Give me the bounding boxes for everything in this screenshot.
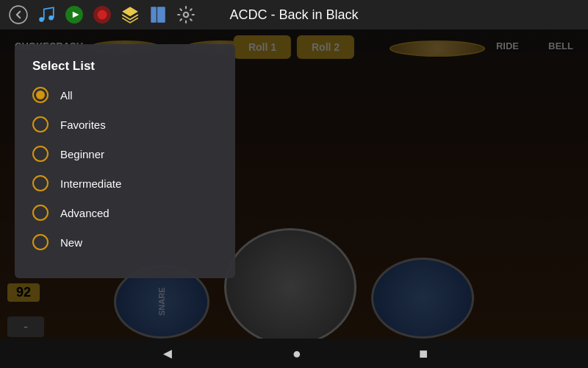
dialog-overlay: Select List All Favorites Beginner Inter…	[0, 29, 588, 339]
page-title: ACDC - Back in Black	[229, 7, 358, 23]
svg-point-6	[98, 10, 107, 20]
home-nav-icon[interactable]: ●	[293, 345, 301, 362]
radio-circle-all	[32, 87, 49, 103]
radio-label-intermediate: Intermediate	[60, 177, 121, 190]
radio-circle-favorites	[32, 116, 49, 132]
svg-point-0	[10, 6, 27, 24]
radio-circle-advanced	[32, 205, 49, 221]
radio-circle-new	[32, 234, 49, 250]
record-icon[interactable]	[91, 4, 113, 26]
radio-item-advanced[interactable]: Advanced	[32, 205, 218, 221]
toolbar-left	[7, 4, 197, 26]
radio-circle-beginner	[32, 146, 49, 162]
radio-label-new: New	[60, 236, 82, 249]
radio-label-beginner: Beginner	[60, 148, 104, 160]
back-nav-icon[interactable]: ◄	[160, 345, 175, 362]
bottom-nav: ◄ ● ■	[0, 339, 588, 368]
svg-rect-7	[151, 7, 157, 23]
book-icon[interactable]	[147, 4, 169, 26]
svg-rect-8	[157, 7, 165, 23]
radio-item-favorites[interactable]: Favorites	[32, 116, 218, 132]
radio-label-all: All	[60, 89, 73, 102]
music-icon[interactable]	[35, 4, 57, 26]
recents-nav-icon[interactable]: ■	[419, 345, 428, 362]
back-icon[interactable]	[7, 4, 29, 26]
radio-item-all[interactable]: All	[32, 87, 218, 103]
dialog-title: Select List	[32, 59, 218, 74]
toolbar: ACDC - Back in Black	[0, 0, 588, 29]
svg-point-2	[49, 15, 54, 21]
settings-icon[interactable]	[175, 4, 197, 26]
radio-circle-intermediate	[32, 175, 49, 191]
play-icon[interactable]	[63, 4, 85, 26]
radio-item-intermediate[interactable]: Intermediate	[32, 175, 218, 191]
radio-item-beginner[interactable]: Beginner	[32, 146, 218, 162]
select-list-dialog: Select List All Favorites Beginner Inter…	[15, 44, 235, 278]
radio-item-new[interactable]: New	[32, 234, 218, 250]
layers-icon[interactable]	[119, 4, 141, 26]
radio-label-favorites: Favorites	[60, 118, 106, 131]
svg-point-9	[184, 13, 189, 18]
svg-point-1	[39, 17, 44, 22]
radio-label-advanced: Advanced	[60, 207, 110, 219]
